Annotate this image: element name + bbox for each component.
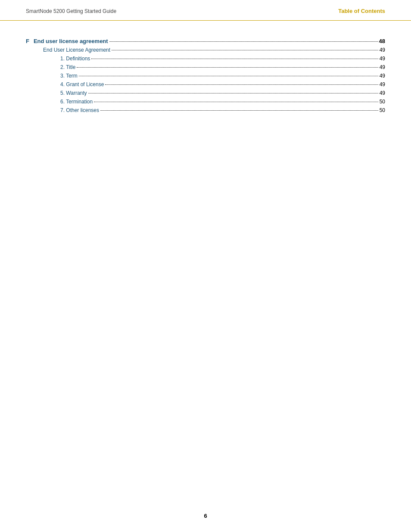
toc-label-termination[interactable]: 6. Termination [60,99,93,105]
toc-dots-title [77,67,378,68]
toc-label-term[interactable]: 3. Term [60,73,78,79]
toc-row-f: FEnd user license agreement 48 [26,38,385,44]
page-footer: 6 [0,513,411,519]
toc-heading: Table of Contents [338,8,385,14]
toc-row-definitions: 1. Definitions 49 [60,56,385,62]
toc-label-f[interactable]: FEnd user license agreement [26,38,108,44]
toc-dots-other-licenses [100,110,378,111]
toc-row-title: 2. Title 49 [60,64,385,70]
toc-section-term: 3. Term 49 [26,73,385,79]
toc-section-termination: 6. Termination 50 [26,99,385,105]
toc-label-other-licenses[interactable]: 7. Other licenses [60,107,99,113]
toc-row-eula: End User License Agreement 49 [43,47,385,53]
toc-dots-grant [105,84,378,85]
page-header: SmartNode 5200 Getting Started Guide Tab… [0,0,411,21]
toc-dots-f [109,41,378,42]
toc-label-definitions[interactable]: 1. Definitions [60,56,90,62]
toc-section-eula: End User License Agreement 49 [26,47,385,53]
toc-page-f: 48 [379,38,385,44]
toc-label-title[interactable]: 2. Title [60,64,75,70]
toc-row-termination: 6. Termination 50 [60,99,385,105]
toc-row-other-licenses: 7. Other licenses 50 [60,107,385,113]
toc-dots-termination [94,102,378,102]
page-number: 6 [204,513,207,519]
toc-section-warranty: 5. Warranty 49 [26,90,385,96]
toc-section-grant: 4. Grant of License 49 [26,81,385,87]
toc-row-warranty: 5. Warranty 49 [60,90,385,96]
guide-title: SmartNode 5200 Getting Started Guide [26,8,116,14]
toc-page-eula: 49 [380,47,385,53]
toc-dots-term [79,76,378,76]
toc-label-warranty[interactable]: 5. Warranty [60,90,87,96]
toc-page-other-licenses: 50 [380,107,385,113]
toc-label-eula[interactable]: End User License Agreement [43,47,110,53]
toc-page-title: 49 [380,64,385,70]
toc-row-term: 3. Term 49 [60,73,385,79]
toc-section-title: 2. Title 49 [26,64,385,70]
toc-dots-eula [112,50,378,50]
toc-page-grant: 49 [380,81,385,87]
toc-dots-warranty [88,93,378,93]
toc-section-f: FEnd user license agreement 48 [26,38,385,44]
toc-page-warranty: 49 [380,90,385,96]
toc-dots-definitions [91,59,378,59]
page-wrapper: SmartNode 5200 Getting Started Guide Tab… [0,0,411,532]
toc-content: FEnd user license agreement 48 End User … [0,21,411,133]
toc-text-f: End user license agreement [34,38,108,44]
toc-section-other-licenses: 7. Other licenses 50 [26,107,385,113]
toc-row-grant: 4. Grant of License 49 [60,81,385,87]
toc-prefix-f: F [26,38,29,44]
toc-page-termination: 50 [380,99,385,105]
toc-section-definitions: 1. Definitions 49 [26,56,385,62]
toc-label-grant[interactable]: 4. Grant of License [60,81,104,87]
toc-page-term: 49 [380,73,385,79]
toc-page-definitions: 49 [380,56,385,62]
